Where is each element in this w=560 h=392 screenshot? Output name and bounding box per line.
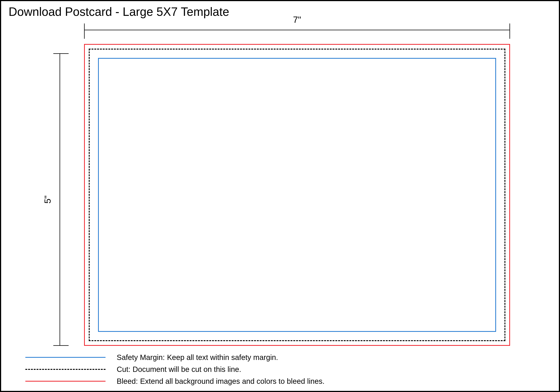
height-dimension-tick-top [53,53,69,54]
legend-bleed-text: Bleed:Extend all background images and c… [117,377,325,385]
legend-safety-name: Safety Margin: [117,353,165,362]
legend-row-cut: Cut:Document will be cut on this line. [25,363,529,375]
width-dimension-line [84,30,510,30]
legend-bleed-desc: Extend all background images and colors … [140,377,325,385]
bleed-swatch [25,381,106,382]
width-dimension-tick-left [84,23,85,39]
width-dimension-label: 7" [293,15,301,25]
cut-swatch [25,369,106,370]
legend-row-bleed: Bleed:Extend all background images and c… [25,375,529,387]
height-dimension-line [60,53,60,346]
template-stage [84,44,510,346]
template-page: Download Postcard - Large 5X7 Template 7… [0,0,560,392]
safety-rectangle [98,58,496,332]
page-title: Download Postcard - Large 5X7 Template [9,5,229,19]
legend-bleed-name: Bleed: [117,377,138,385]
legend-cut-desc: Document will be cut on this line. [132,365,241,373]
safety-swatch [25,357,106,358]
height-dimension: 5" [53,53,66,346]
height-dimension-label: 5" [42,196,53,204]
width-dimension-tick-right [510,23,510,39]
legend: Safety Margin:Keep all text within safet… [25,351,529,387]
legend-cut-text: Cut:Document will be cut on this line. [117,365,241,373]
legend-cut-name: Cut: [117,365,130,373]
legend-safety-desc: Keep all text within safety margin. [167,353,278,362]
height-dimension-tick-bottom [53,345,69,346]
width-dimension: 7" [84,23,510,37]
legend-safety-text: Safety Margin:Keep all text within safet… [117,353,278,362]
legend-row-safety: Safety Margin:Keep all text within safet… [25,351,529,363]
